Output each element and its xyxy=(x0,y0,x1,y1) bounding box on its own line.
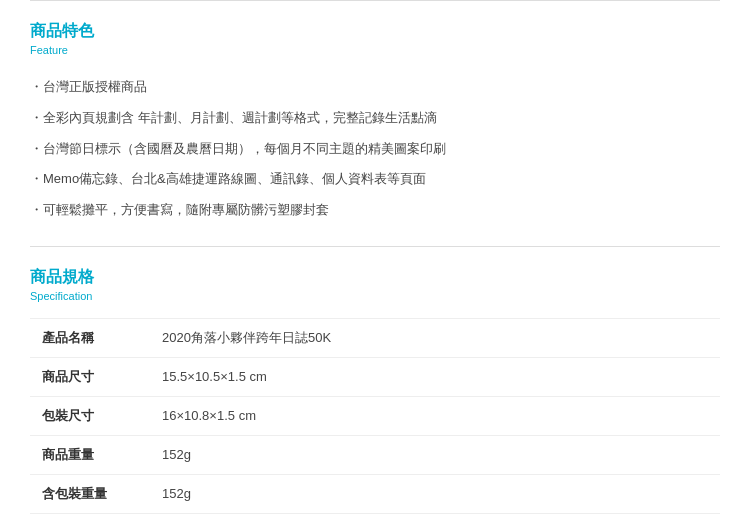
spec-value: 15.5×10.5×1.5 cm xyxy=(150,357,720,396)
list-item: 可輕鬆攤平，方便書寫，隨附專屬防髒污塑膠封套 xyxy=(30,195,720,226)
table-row: 產品名稱 2020角落小夥伴跨年日誌50K xyxy=(30,318,720,357)
spec-value: 152g xyxy=(150,435,720,474)
table-row: 商品重量 152g xyxy=(30,435,720,474)
list-item: Memo備忘錄、台北&高雄捷運路線圖、通訊錄、個人資料表等頁面 xyxy=(30,164,720,195)
specification-section: 商品規格 Specification 產品名稱 2020角落小夥伴跨年日誌50K… xyxy=(0,247,750,515)
spec-title-en: Specification xyxy=(30,290,720,302)
feature-header: 商品特色 Feature xyxy=(30,21,720,56)
feature-section: 商品特色 Feature 台灣正版授權商品 全彩內頁規劃含 年計劃、月計劃、週計… xyxy=(0,1,750,246)
spec-label: 產品名稱 xyxy=(30,318,150,357)
spec-value: 2020角落小夥伴跨年日誌50K xyxy=(150,318,720,357)
spec-title-zh: 商品規格 xyxy=(30,267,720,288)
spec-label: 商品重量 xyxy=(30,435,150,474)
feature-title-zh: 商品特色 xyxy=(30,21,720,42)
list-item: 台灣節日標示（含國曆及農曆日期），每個月不同主題的精美圖案印刷 xyxy=(30,134,720,165)
feature-title-en: Feature xyxy=(30,44,720,56)
spec-header: 商品規格 Specification xyxy=(30,267,720,302)
spec-label: 含包裝重量 xyxy=(30,474,150,513)
spec-table: 產品名稱 2020角落小夥伴跨年日誌50K 商品尺寸 15.5×10.5×1.5… xyxy=(30,318,720,515)
table-row: 商品尺寸 15.5×10.5×1.5 cm xyxy=(30,357,720,396)
spec-label: 商品尺寸 xyxy=(30,357,150,396)
table-row: 含包裝重量 152g xyxy=(30,474,720,513)
list-item: 台灣正版授權商品 xyxy=(30,72,720,103)
spec-value: 152g xyxy=(150,474,720,513)
list-item: 全彩內頁規劃含 年計劃、月計劃、週計劃等格式，完整記錄生活點滴 xyxy=(30,103,720,134)
table-row: 包裝尺寸 16×10.8×1.5 cm xyxy=(30,396,720,435)
feature-list: 台灣正版授權商品 全彩內頁規劃含 年計劃、月計劃、週計劃等格式，完整記錄生活點滴… xyxy=(30,72,720,226)
page-container: 商品特色 Feature 台灣正版授權商品 全彩內頁規劃含 年計劃、月計劃、週計… xyxy=(0,0,750,515)
spec-label: 包裝尺寸 xyxy=(30,396,150,435)
spec-value: 16×10.8×1.5 cm xyxy=(150,396,720,435)
